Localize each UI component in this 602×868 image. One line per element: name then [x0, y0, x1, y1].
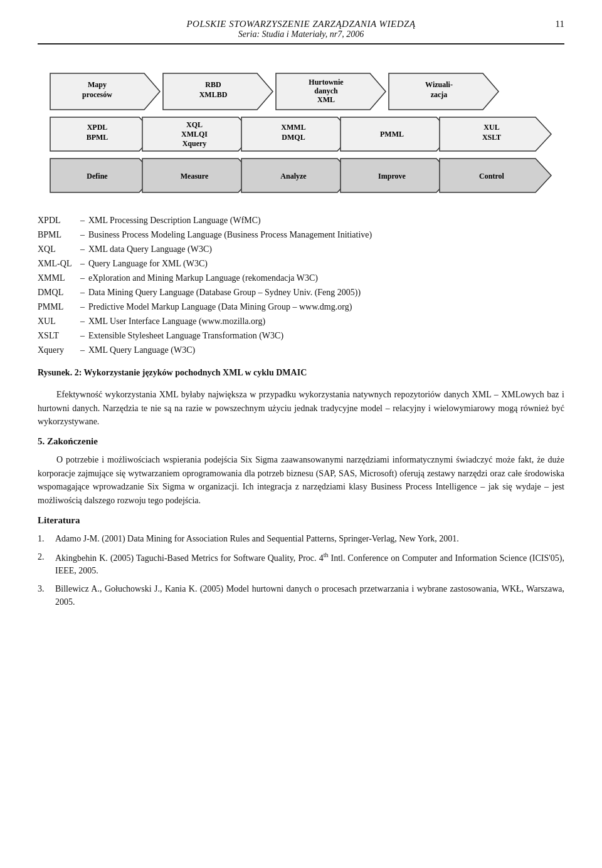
abbr-item-xmlql: XML-QL – Query Language for XML (W3C) — [38, 257, 564, 270]
abbr-def: Query Language for XML (W3C) — [88, 257, 208, 270]
abbr-dash: – — [80, 315, 85, 328]
abbr-def: XML data Query Language (W3C) — [88, 243, 212, 256]
abbr-item-xmml: XMML – eXploration and Mining Markup Lan… — [38, 271, 564, 285]
svg-text:Measure: Measure — [181, 172, 209, 180]
abbr-dash: – — [80, 286, 85, 299]
abbr-item-pmml: PMML – Predictive Model Markup Language … — [38, 300, 564, 313]
abbr-def: Data Mining Query Language (Database Gro… — [88, 286, 361, 299]
dmaic-diagram: Mapy procesów RBD XMLBD Hurtownie danych… — [38, 62, 564, 200]
svg-text:Control: Control — [479, 172, 504, 180]
abbr-term: XSLT — [38, 329, 80, 342]
svg-text:Wizuali-: Wizuali- — [425, 80, 453, 89]
page-number: 11 — [556, 19, 564, 29]
abbr-item-xslt: XSLT – Extensible Stylesheet Language Tr… — [38, 329, 564, 342]
abbr-dash: – — [80, 271, 85, 285]
abbr-term: XMML — [38, 271, 80, 285]
svg-text:Mapy: Mapy — [88, 80, 107, 89]
abbr-term: PMML — [38, 300, 80, 313]
svg-text:Analyze: Analyze — [280, 172, 307, 180]
abbr-dash: – — [80, 343, 85, 357]
abbr-item-xquery: Xquery – XML Query Language (W3C) — [38, 343, 564, 357]
ref-num: 1. — [38, 532, 55, 545]
ref-text: Adamo J-M. (2001) Data Mining for Associ… — [55, 532, 564, 545]
abbr-dash: – — [80, 329, 85, 342]
abbr-def: Extensible Stylesheet Language Transform… — [88, 329, 283, 342]
abbr-item-xpdl: XPDL – XML Processing Description Langua… — [38, 214, 564, 227]
abbr-term: XUL — [38, 315, 80, 328]
ref-text: Billewicz A., Gołuchowski J., Kania K. (… — [55, 582, 564, 609]
svg-text:PMML: PMML — [380, 130, 404, 139]
svg-text:danych: danych — [314, 86, 338, 95]
abbr-dash: – — [80, 257, 85, 270]
svg-text:zacja: zacja — [431, 90, 448, 99]
svg-text:XUL: XUL — [483, 123, 499, 132]
abbr-dash: – — [80, 300, 85, 313]
svg-text:XMLBD: XMLBD — [199, 90, 228, 99]
svg-text:XQL: XQL — [186, 120, 203, 129]
abbr-term: Xquery — [38, 343, 80, 357]
svg-text:Xquery: Xquery — [182, 139, 207, 148]
abbr-def: XML Processing Description Language (WfM… — [88, 214, 261, 227]
abbreviations-list: XPDL – XML Processing Description Langua… — [38, 214, 564, 357]
abbr-item-dmql: DMQL – Data Mining Query Language (Datab… — [38, 286, 564, 299]
literatura-title: Literatura — [38, 515, 564, 526]
abbr-def: Predictive Model Markup Language (Data M… — [88, 300, 352, 313]
abbr-dash: – — [80, 243, 85, 256]
svg-text:Hurtownie: Hurtownie — [309, 78, 344, 86]
diagram-svg: Mapy procesów RBD XMLBD Hurtownie danych… — [44, 62, 558, 200]
abbr-item-xql: XQL – XML data Query Language (W3C) — [38, 243, 564, 256]
abbr-def: XML User Interface Language (www.mozilla… — [88, 315, 265, 328]
svg-text:XMML: XMML — [281, 123, 305, 132]
abbr-dash: – — [80, 214, 85, 227]
abbr-term: XPDL — [38, 214, 80, 227]
svg-text:Improve: Improve — [378, 172, 406, 180]
abbr-item-xul: XUL – XML User Interface Language (www.m… — [38, 315, 564, 328]
paragraph-1: Efektywność wykorzystania XML byłaby naj… — [38, 388, 564, 429]
svg-text:XMLQI: XMLQI — [181, 130, 208, 139]
ref-num: 3. — [38, 582, 55, 609]
journal-title: POLSKIE STOWARZYSZENIE ZARZĄDZANIA WIEDZ… — [38, 19, 564, 29]
abbr-term: BPML — [38, 228, 80, 241]
abbr-def: eXploration and Mining Markup Language (… — [88, 271, 318, 285]
svg-text:XPDL: XPDL — [87, 123, 108, 132]
abbr-def: XML Query Language (W3C) — [88, 343, 195, 357]
abbr-term: XQL — [38, 243, 80, 256]
ref-2: 2. Akingbehin K. (2005) Taguchi-Based Me… — [38, 550, 564, 578]
svg-text:BPML: BPML — [87, 133, 108, 142]
ref-1: 1. Adamo J-M. (2001) Data Mining for Ass… — [38, 532, 564, 545]
figure-caption: Rysunek. 2: Wykorzystanie języków pochod… — [38, 368, 564, 378]
ref-text: Akingbehin K. (2005) Taguchi-Based Metri… — [55, 550, 564, 578]
svg-text:DMQL: DMQL — [282, 133, 305, 142]
svg-text:RBD: RBD — [205, 80, 221, 89]
page-header: POLSKIE STOWARZYSZENIE ZARZĄDZANIA WIEDZ… — [38, 19, 564, 44]
svg-text:procesów: procesów — [82, 90, 112, 99]
abbr-def: Business Process Modeling Language (Busi… — [88, 228, 372, 241]
journal-subtitle: Seria: Studia i Materiały, nr7, 2006 — [38, 29, 564, 39]
abbr-item-bpml: BPML – Business Process Modeling Languag… — [38, 228, 564, 241]
abbr-term: XML-QL — [38, 257, 80, 270]
svg-text:Define: Define — [87, 172, 108, 180]
section-5-title: 5. Zakończenie — [38, 436, 564, 447]
svg-text:XSLT: XSLT — [482, 133, 501, 142]
abbr-term: DMQL — [38, 286, 80, 299]
ref-num: 2. — [38, 550, 55, 578]
svg-text:XML: XML — [317, 95, 335, 104]
paragraph-2: O potrzebie i możliwościach wspierania p… — [38, 453, 564, 508]
ref-3: 3. Billewicz A., Gołuchowski J., Kania K… — [38, 582, 564, 609]
abbr-dash: – — [80, 228, 85, 241]
